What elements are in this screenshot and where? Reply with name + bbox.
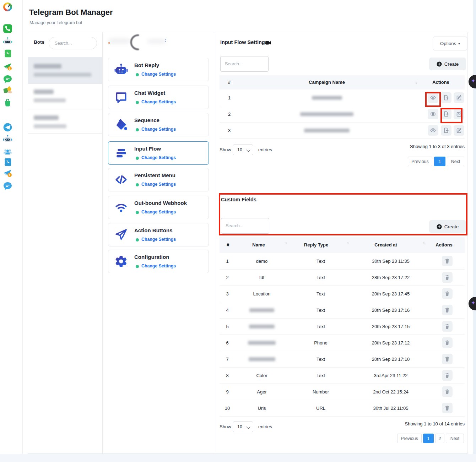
eye-icon	[430, 111, 436, 117]
show-label: Show	[220, 424, 231, 429]
page-2-button[interactable]: 2	[435, 434, 444, 443]
trash-icon	[444, 373, 450, 378]
bots-panel-label: Bots	[34, 39, 44, 45]
green-chat-icon[interactable]	[3, 74, 12, 84]
previous-page-button[interactable]: Previous	[397, 434, 422, 443]
edit-pencil-icon	[456, 111, 462, 117]
blue-contacts-icon[interactable]	[3, 157, 12, 167]
delete-button[interactable]	[442, 370, 453, 381]
edit-button[interactable]	[454, 109, 464, 119]
card-outbound-webhook[interactable]: Out-bound Webhook Change Settings	[108, 196, 209, 219]
delete-button[interactable]	[442, 272, 453, 283]
sort-icon-active[interactable]: ↑↓	[423, 241, 426, 245]
sort-icon[interactable]: ↑↓	[284, 241, 287, 245]
custom-fields-title: Custom Fields	[221, 197, 256, 202]
edit-button[interactable]	[454, 92, 464, 103]
card-persistent-menu[interactable]: Persistent Menu Change Settings	[108, 168, 209, 191]
green-bot-icon[interactable]	[3, 37, 12, 46]
row-num: 2	[226, 275, 228, 280]
export-button[interactable]	[441, 92, 451, 103]
app-rail: 1	[0, 0, 23, 462]
row-num: 5	[226, 324, 228, 329]
export-button[interactable]	[441, 125, 451, 136]
eye-icon	[430, 95, 436, 100]
dashboard-speedometer-icon[interactable]	[3, 2, 12, 11]
delete-button[interactable]	[442, 354, 453, 364]
trash-icon	[444, 340, 450, 346]
card-label: Out-bound Webhook	[134, 200, 187, 206]
change-settings-link[interactable]: Change Settings	[141, 210, 176, 214]
card-input-flow-selected[interactable]: Input Flow Change Settings	[108, 141, 209, 165]
view-button[interactable]	[428, 109, 438, 119]
whatsapp-icon[interactable]	[3, 24, 12, 33]
page-1-button[interactable]: 1	[434, 157, 445, 166]
shop-bag-icon[interactable]	[3, 98, 12, 107]
change-settings-link[interactable]: Change Settings	[141, 263, 176, 268]
integration-puzzle-icon[interactable]	[3, 85, 12, 95]
change-settings-link[interactable]: Change Settings	[141, 237, 176, 242]
page-scrollbar[interactable]	[473, 0, 476, 462]
redacted-header-text	[108, 38, 130, 44]
green-broadcast-icon[interactable]: 1	[3, 62, 12, 71]
field-type: Text	[317, 259, 325, 264]
sort-icon[interactable]: ↑↓	[346, 241, 349, 245]
field-type: Text	[317, 275, 325, 280]
row-num: 4	[226, 308, 228, 313]
view-button[interactable]	[428, 125, 438, 136]
next-page-button[interactable]: Next	[446, 434, 464, 443]
file-export-icon	[443, 127, 449, 133]
delete-button[interactable]	[442, 321, 453, 332]
card-label: Bot Reply	[134, 62, 159, 68]
ai-assistant-fab[interactable]: ✦ ✦	[469, 75, 476, 88]
page-size-select[interactable]: 10	[233, 422, 253, 432]
change-settings-link[interactable]: Change Settings	[141, 99, 176, 104]
edit-button[interactable]	[454, 125, 464, 136]
team-members-icon[interactable]	[3, 147, 12, 156]
row-num: 9	[226, 389, 228, 395]
ai-assistant-fab[interactable]: ✦ ✦	[469, 297, 476, 310]
previous-page-button[interactable]: Previous	[408, 157, 432, 166]
card-label: Chat Widget	[134, 90, 165, 96]
custom-fields-search-input[interactable]	[221, 218, 269, 234]
bot-list-item-selected[interactable]	[28, 57, 102, 84]
card-chat-widget[interactable]: Chat Widget Change Settings	[108, 86, 209, 109]
change-settings-link[interactable]: Change Settings	[141, 72, 176, 77]
card-bot-reply[interactable]: Bot Reply Change Settings	[108, 58, 209, 81]
options-button[interactable]: Options ▾	[433, 37, 467, 50]
telegram-icon[interactable]	[3, 123, 12, 132]
green-contacts-icon[interactable]	[3, 49, 12, 58]
change-settings-link[interactable]: Change Settings	[141, 182, 176, 187]
sort-icon[interactable]: ↑↓	[414, 80, 417, 85]
field-type: Text	[317, 357, 325, 362]
card-configuration[interactable]: Configuration Change Settings	[108, 250, 209, 273]
export-button[interactable]	[441, 109, 451, 119]
page-1-button[interactable]: 1	[423, 434, 434, 443]
input-flow-create-button[interactable]: Create	[429, 58, 466, 70]
footer-band	[0, 454, 476, 462]
change-settings-link[interactable]: Change Settings	[141, 155, 176, 160]
blue-bot-icon[interactable]	[3, 134, 12, 144]
card-action-buttons[interactable]: Action Buttons Change Settings	[108, 223, 209, 246]
next-page-button[interactable]: Next	[447, 157, 464, 166]
view-button[interactable]	[428, 92, 438, 103]
bots-search-input[interactable]	[49, 37, 97, 49]
chevron-down-icon: ▾	[458, 42, 460, 45]
card-sequence[interactable]: Sequence Change Settings	[108, 113, 209, 136]
page-size-select[interactable]: 10	[233, 145, 253, 155]
blue-broadcast-icon[interactable]: 1	[3, 168, 12, 178]
input-flow-search-input[interactable]	[220, 56, 269, 72]
change-settings-link[interactable]: Change Settings	[141, 127, 176, 132]
bot-list-item[interactable]	[28, 83, 102, 109]
blue-chat-icon[interactable]	[3, 181, 12, 191]
custom-fields-create-button[interactable]: Create	[429, 220, 466, 233]
field-created: 20th Sep 23 17:12	[372, 340, 410, 346]
delete-button[interactable]	[442, 403, 453, 413]
field-created: 28th Sep 23 17:22	[372, 275, 410, 280]
delete-button[interactable]	[442, 337, 453, 348]
bot-list-item[interactable]	[28, 109, 102, 134]
delete-button[interactable]	[442, 386, 453, 397]
field-created: 20th Sep 23 17:10	[372, 357, 410, 362]
delete-button[interactable]	[442, 288, 453, 299]
delete-button[interactable]	[442, 305, 453, 315]
delete-button[interactable]	[442, 256, 453, 266]
